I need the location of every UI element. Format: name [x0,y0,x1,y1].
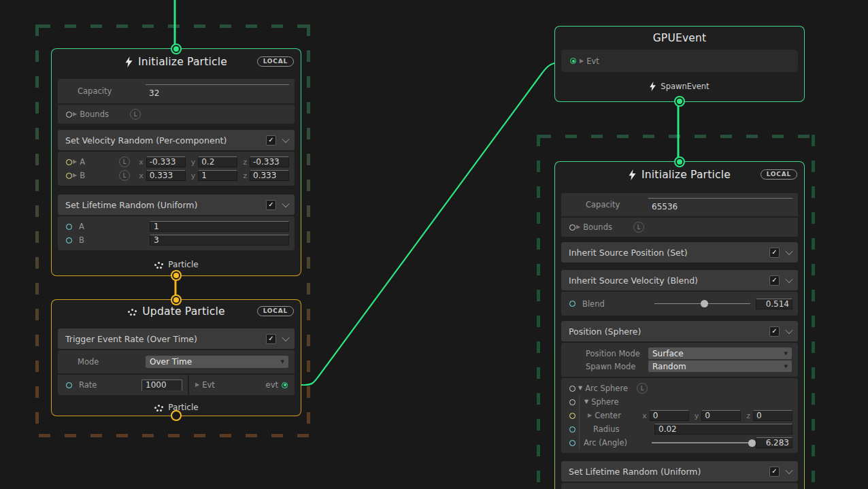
float-port-blend[interactable] [569,301,575,307]
arc-value-field[interactable]: 6.283 [756,437,792,448]
chevron-down-icon[interactable] [282,334,289,341]
bounds-port[interactable] [569,224,575,231]
bounds-label: Bounds [583,222,628,232]
flow-output-port[interactable] [674,96,685,107]
block-position-sphere[interactable]: Position (Sphere) [561,321,798,341]
position-mode-dropdown[interactable]: Surface [648,348,792,359]
capacity-field[interactable]: 65536 [648,198,792,212]
system-border-left-bottom [39,434,310,437]
float-port-a[interactable] [66,224,72,230]
b-label: B [80,171,119,180]
block-enabled-checkbox[interactable] [769,275,780,286]
b-z-field[interactable]: 0.333 [250,170,289,181]
chevron-down-icon[interactable] [282,200,289,207]
foldout-triangle-icon[interactable]: ▶ [73,159,77,165]
node-initialize-particle-right[interactable]: Initialize Particle LOCAL Capacity 65536… [554,161,805,489]
foldout-triangle-icon[interactable]: ▶ [73,173,77,178]
foldout-triangle-icon[interactable]: ▶ [588,413,592,418]
node-header[interactable]: GPUEvent [555,27,804,50]
b-x-field[interactable]: 0.333 [146,170,186,181]
radius-field[interactable]: 0.02 [654,424,792,435]
evt-input-port[interactable] [570,58,576,64]
node-gpuevent[interactable]: GPUEvent ▶ Evt SpawnEvent [554,26,805,102]
arc-sphere-row: ▼ Arc Sphere L [561,382,798,395]
foldout-triangle-icon[interactable]: ▶ [195,382,199,388]
block-enabled-checkbox[interactable] [266,334,276,344]
node-update-particle[interactable]: Update Particle LOCAL Trigger Event Rate… [51,299,301,416]
axis-x-label: x [139,158,144,167]
foldout-triangle-down-icon[interactable]: ▼ [578,386,582,391]
chevron-down-icon[interactable] [785,326,792,334]
foldout-triangle-down-icon[interactable]: ▼ [584,399,588,405]
space-local-icon[interactable]: L [119,170,130,181]
space-local-icon[interactable]: L [130,109,141,120]
vector3-port-a[interactable] [66,159,72,165]
axis-z-label: z [243,158,247,167]
float-port-arc[interactable] [569,440,575,446]
b-field[interactable]: 3 [150,235,289,246]
chevron-down-icon[interactable] [282,135,289,143]
chevron-down-icon[interactable] [785,275,792,283]
spawn-mode-dropdown[interactable]: Random [648,360,792,372]
blend-value-field[interactable]: 0.514 [756,299,792,309]
block-title: Position (Sphere) [569,326,641,337]
blend-label: Blend [582,299,653,309]
sphere-port[interactable] [569,399,575,405]
float-port-radius[interactable] [569,426,575,433]
a-field[interactable]: 1 [150,221,289,232]
mode-label: Mode [78,357,146,367]
center-x-field[interactable]: 0 [650,410,689,421]
bounds-port[interactable] [66,112,72,118]
arc-slider[interactable] [650,437,753,449]
b-y-field[interactable]: 1 [198,170,237,181]
vfx-graph-canvas[interactable]: Initialize Particle LOCAL Capacity 32 ▶ … [0,0,868,489]
space-local-icon[interactable]: L [119,156,130,167]
center-y-field[interactable]: 0 [701,410,741,421]
local-badge: LOCAL [257,306,294,316]
lifetime-a-row: A 1 [58,220,295,233]
a-x-field[interactable]: -0.333 [146,156,186,167]
blend-slider[interactable] [653,298,752,310]
space-local-icon[interactable]: L [633,222,644,233]
vector3-port-center[interactable] [569,413,575,419]
block-enabled-checkbox[interactable] [266,200,276,210]
float-port-rate[interactable] [66,382,72,388]
block-set-velocity-random[interactable]: Set Velocity Random (Per-component) [58,130,295,150]
rate-field[interactable]: 1000 [141,380,182,391]
block-set-lifetime-random[interactable]: Set Lifetime Random (Uniform) [561,461,798,482]
evt-output-port[interactable] [282,382,288,388]
block-trigger-event-rate[interactable]: Trigger Event Rate (Over Time) [58,328,295,349]
mode-row: Mode Over Time [58,350,295,373]
velocity-b-row: ▶ B L x 0.333 y 1 z 0.333 [58,169,295,182]
space-local-icon[interactable]: L [637,383,648,394]
float-port-b[interactable] [66,237,72,243]
block-enabled-checkbox[interactable] [266,135,276,146]
capacity-label: Capacity [586,200,648,209]
vector3-port-b[interactable] [66,173,72,179]
foldout-triangle-icon[interactable]: ▶ [576,224,580,230]
block-enabled-checkbox[interactable] [769,248,780,258]
chevron-down-icon[interactable] [785,467,792,474]
flow-input-port[interactable] [171,44,182,54]
block-enabled-checkbox[interactable] [769,467,780,477]
mode-dropdown[interactable]: Over Time [146,356,288,368]
foldout-triangle-icon[interactable]: ▶ [73,112,77,117]
center-z-field[interactable]: 0 [753,410,792,421]
block-enabled-checkbox[interactable] [769,326,780,337]
arcsphere-port[interactable] [569,386,575,392]
chevron-down-icon[interactable] [785,248,792,255]
axis-y-label: y [191,171,196,180]
a-z-field[interactable]: -0.333 [250,156,289,167]
flow-input-port[interactable] [171,294,182,305]
flow-output-port[interactable] [171,270,182,281]
flow-output-port[interactable] [171,410,182,421]
block-set-lifetime-random[interactable]: Set Lifetime Random (Uniform) [58,195,295,215]
flow-input-port[interactable] [674,156,685,167]
arc-angle-row: Arc (Angle) 6.283 [561,436,798,450]
block-inherit-source-position[interactable]: Inherit Source Position (Set) [561,242,798,263]
node-initialize-particle-left[interactable]: Initialize Particle LOCAL Capacity 32 ▶ … [51,48,301,276]
block-inherit-source-velocity[interactable]: Inherit Source Velocity (Blend) [561,270,798,290]
evt-port-label: evt [266,380,278,390]
a-y-field[interactable]: 0.2 [198,156,237,167]
capacity-field[interactable]: 32 [146,84,289,98]
